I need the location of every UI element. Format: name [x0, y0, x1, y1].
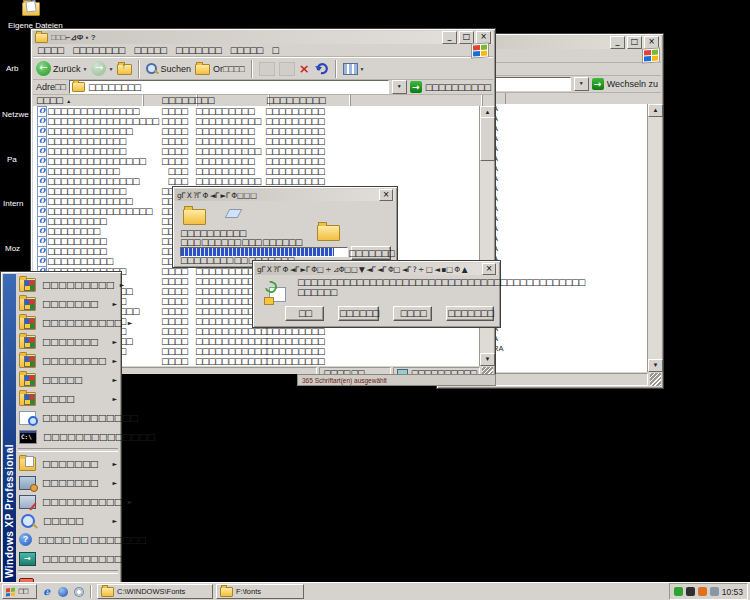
modified-column-header[interactable]: □□□□□□□□□: [263, 95, 351, 106]
start-menu-item-search[interactable]: □□□□□►: [17, 511, 119, 530]
documents-folder-icon: [19, 457, 36, 471]
quicklaunch-browser-icon[interactable]: [56, 585, 69, 598]
type-column-header[interactable]: □□□: [191, 95, 270, 106]
button-label: □□□□□□: [339, 309, 378, 318]
address-input[interactable]: □□□□□□□□: [69, 80, 389, 94]
fonts-window-titlebar[interactable]: □□□⌐⊿Φ ▪ ? _ □ ×: [33, 31, 493, 44]
undo-button[interactable]: [314, 62, 329, 75]
start-menu[interactable]: Windows XP Professional □□□□□□□□□►□□□□□□…: [0, 271, 122, 585]
cancel-button[interactable]: □□□□□□□: [351, 246, 391, 260]
program-folder-icon: [19, 335, 36, 349]
start-button[interactable]: □□: [2, 584, 37, 599]
start-menu-item-run[interactable]: →□□□□□□□□□□: [17, 549, 119, 568]
minimize-button[interactable]: _: [610, 36, 625, 49]
scrollbar-thumb[interactable]: [480, 117, 495, 161]
maximize-button[interactable]: □: [627, 36, 642, 49]
name-column-header[interactable]: □□□□▲: [33, 95, 144, 106]
quicklaunch-disc-icon[interactable]: [72, 585, 85, 598]
font-row[interactable]: O□□□□□□□□□□□□□□□□□□□□□□□□□□□□□□□□□□□: [33, 126, 480, 136]
go-arrow-icon[interactable]: →: [592, 78, 604, 90]
scroll-down-button[interactable]: ▼: [648, 359, 663, 372]
menu-item[interactable]: □□□□□□□□: [72, 46, 124, 55]
copy-progress-dialog[interactable]: gΓ X ?Γ Φ ◄Γ ►Γ Φ□□□ × □□□□□□□□□□ □□□ □□…: [172, 186, 398, 268]
my-documents-icon[interactable]: [22, 2, 40, 16]
delete-button[interactable]: ×: [299, 62, 310, 75]
tray-network-icon[interactable]: [674, 587, 683, 596]
task-button[interactable]: F:\fonts: [216, 584, 304, 599]
start-menu-item-search-doc[interactable]: □□□□□□□□□□□□: [17, 408, 119, 427]
fonts-menubar[interactable]: □□□□□□□□□□□□□□□□□□□□□□□□□□□□□□: [33, 44, 493, 57]
start-menu-item-documents-folder[interactable]: □□□□□□□►: [17, 454, 119, 473]
size-column-header[interactable]: □□□□□: [137, 95, 198, 106]
resize-grip[interactable]: [650, 373, 661, 386]
cancel-button[interactable]: □□□□□□□: [446, 306, 494, 321]
font-size-value: □□□□: [133, 307, 187, 316]
start-menu-item-console[interactable]: C:\□□□□□□□□□□□□□□: [17, 427, 119, 446]
font-row[interactable]: O□□□□□□□□□□□□□□□□□□□□□□□□□□□□□□□□□□□: [33, 146, 480, 156]
source-scrollbar[interactable]: ▲ ▼: [647, 104, 661, 372]
clock[interactable]: 10:53: [722, 587, 743, 597]
yes-to-all-button[interactable]: □□□□□□: [338, 306, 379, 321]
no-button[interactable]: □□□□: [393, 306, 432, 321]
start-menu-item-settings[interactable]: □□□□□□□►: [17, 473, 119, 492]
progress-dialog-titlebar[interactable]: gΓ X ?Γ Φ ◄Γ ►Γ Φ□□□ ×: [175, 189, 395, 201]
go-arrow-icon[interactable]: →: [410, 81, 422, 93]
yes-button[interactable]: □□: [285, 306, 324, 321]
start-menu-item-label: □□□□□□□□: [42, 356, 106, 366]
confirm-replace-dialog[interactable]: gΓ X ?Γ Φ ◄Γ ►Γ Φ□ ÷ ⊿Φ□□ ▼ ◄Γ ◄Γ Φ□ ◄Γ …: [252, 260, 501, 328]
copy-to-button[interactable]: [279, 62, 295, 76]
start-menu-item-tools[interactable]: □□□□□□□□□□►: [17, 492, 119, 511]
maximize-button[interactable]: □: [459, 31, 474, 44]
menu-item[interactable]: □□□□□□□: [175, 46, 221, 55]
menu-item[interactable]: □□□□□: [230, 46, 263, 55]
font-row[interactable]: O□□□□□□□□□□□□□□□□□□□□□□□□□□□□□□□□□□: [33, 136, 480, 146]
menu-item[interactable]: □: [271, 46, 278, 55]
desktop-icon-label[interactable]: Arb: [6, 64, 18, 73]
start-menu-item-program-folder[interactable]: □□□□□□□►: [17, 332, 119, 351]
close-button[interactable]: ×: [482, 263, 496, 275]
font-row[interactable]: O□□□□□□□□□□□□□□□□□□□□□□□□□□□□□□□□□□□□: [33, 106, 480, 116]
start-menu-item-label: □□□□□□□□□□□□: [42, 413, 138, 423]
back-button[interactable]: ← Zurück ▼: [36, 61, 87, 76]
start-menu-item-program-folder[interactable]: □□□□□□□□►: [17, 351, 119, 370]
views-button[interactable]: ▼: [343, 63, 365, 75]
start-menu-item-program-folder[interactable]: □□□□□□□□□□►: [17, 313, 119, 332]
tray-antivirus-icon[interactable]: [698, 587, 707, 596]
tray-display-icon[interactable]: [686, 587, 695, 596]
font-size-value: □□□□: [133, 137, 187, 146]
go-button-label[interactable]: □□□□□□□□□□: [425, 83, 490, 92]
scroll-up-button[interactable]: ▲: [648, 104, 663, 117]
move-to-button[interactable]: [259, 62, 275, 76]
confirm-dialog-titlebar[interactable]: gΓ X ?Γ Φ ◄Γ ►Γ Φ□ ÷ ⊿Φ□□ ▼ ◄Γ ◄Γ Φ□ ◄Γ …: [255, 263, 498, 275]
start-menu-item-program-folder[interactable]: □□□□□►: [17, 370, 119, 389]
go-button-label[interactable]: Wechseln zu: [607, 79, 658, 89]
font-row[interactable]: O□□□□□□□□□□□□□□□□□□□□□□□□□□□□□□□□□□□□: [33, 176, 480, 186]
menu-item[interactable]: □□□□: [37, 46, 63, 55]
close-button[interactable]: ×: [379, 189, 393, 201]
forward-dropdown-caret[interactable]: ▼: [108, 66, 113, 72]
desktop-icon-label[interactable]: Moz: [5, 244, 20, 253]
address-dropdown-button[interactable]: ▼: [392, 80, 407, 94]
quicklaunch-ie-icon[interactable]: e: [40, 585, 53, 598]
desktop-icon-label[interactable]: Netzwe: [2, 110, 29, 119]
minimize-button[interactable]: _: [442, 31, 457, 44]
scroll-down-button[interactable]: ▼: [480, 353, 495, 366]
tray-removable-hardware-icon[interactable]: [710, 587, 719, 596]
task-button[interactable]: C:\WINDOWS\Fonts: [97, 584, 213, 599]
start-menu-item-program-folder[interactable]: □□□□□□□►: [17, 294, 119, 313]
menu-item[interactable]: □□□□□: [133, 46, 166, 55]
start-menu-item-help[interactable]: ?□□□□ □□ □□□□□□□: [17, 530, 119, 549]
start-menu-item-program-folder[interactable]: □□□□□□□□□►: [17, 275, 119, 294]
folders-button[interactable]: Or□□□□: [195, 62, 245, 75]
font-row[interactable]: O□□□□□□□□□□□□□□□□□□□□□□□□□□□□□□□□□□□□□: [33, 156, 480, 166]
search-button[interactable]: Suchen: [146, 63, 191, 74]
desktop-icon-label[interactable]: Intern: [3, 199, 23, 208]
desktop-icon-label[interactable]: Pa: [7, 155, 17, 164]
back-dropdown-caret[interactable]: ▼: [83, 66, 88, 72]
font-row[interactable]: O□□□□□□□□□□□□□□□□□□□□□□□□□□□□□□□□□□□□□□□…: [33, 116, 480, 126]
address-dropdown-button[interactable]: ▼: [574, 77, 589, 91]
up-folder-button[interactable]: ↑: [117, 64, 132, 75]
forward-button[interactable]: → ▼: [91, 61, 113, 76]
font-row[interactable]: O□□□□□□□□□□□□□□□□□□□□□□□□□□□□□□□□: [33, 166, 480, 176]
start-menu-item-program-folder[interactable]: □□□□►: [17, 389, 119, 408]
